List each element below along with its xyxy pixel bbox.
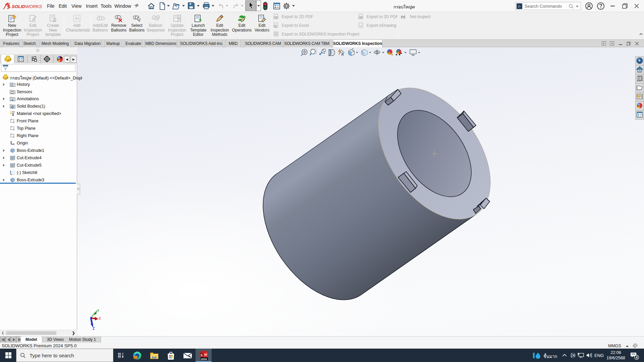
svg-text:1: 1 <box>137 16 138 19</box>
svg-text:PDF: PDF <box>360 16 364 18</box>
svg-text:ni: ni <box>401 14 405 19</box>
svg-text:Z: Z <box>93 327 95 330</box>
svg-text:A: A <box>11 98 13 101</box>
svg-text:1: 1 <box>118 16 120 18</box>
svg-text:4: 4 <box>636 356 638 359</box>
svg-text:3: 3 <box>158 16 159 18</box>
svg-text:PDF: PDF <box>275 16 279 18</box>
svg-text:SOLIDWORKS: SOLIDWORKS <box>12 4 42 9</box>
svg-text:1: 1 <box>154 16 155 19</box>
svg-text:X: X <box>99 317 101 320</box>
svg-text:Y: Y <box>97 309 99 313</box>
svg-text:A: A <box>341 52 344 56</box>
